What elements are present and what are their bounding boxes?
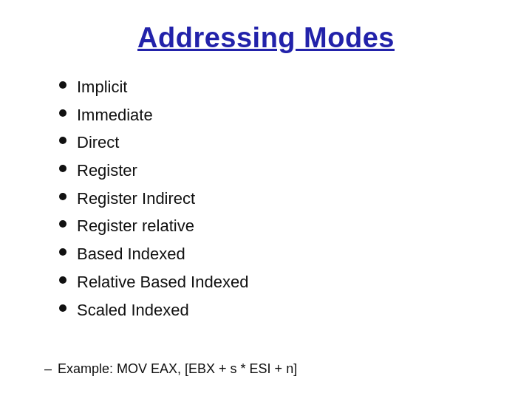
note-text: Example: MOV EAX, [EBX + s * ESI + n] [58,361,297,377]
bullet-list: ImplicitImmediateDirectRegisterRegister … [59,76,495,354]
note-dash: – [44,361,52,377]
list-item-text: Register [77,160,137,182]
bullet-dot-icon [59,165,66,172]
list-item: Register [59,160,495,182]
list-item: Immediate [59,104,495,126]
list-item-text: Implicit [77,76,127,98]
list-item-text: Direct [77,132,119,154]
bullet-dot-icon [59,248,66,256]
list-item: Relative Based Indexed [59,271,495,293]
bullet-dot-icon [59,193,66,200]
bullet-dot-icon [59,276,66,284]
list-item: Register relative [59,215,495,237]
bullet-dot-icon [59,81,66,89]
bullet-dot-icon [59,137,66,144]
list-item: Direct [59,132,495,154]
list-item: Scaled Indexed [59,299,495,321]
list-item: Implicit [59,76,495,98]
slide-title: Addressing Modes [37,22,495,54]
bullet-dot-icon [59,220,66,228]
list-item-text: Relative Based Indexed [77,271,248,293]
list-item: Based Indexed [59,243,495,265]
list-item-text: Register Indirect [77,188,195,210]
bullet-dot-icon [59,109,66,117]
list-item-text: Based Indexed [77,243,185,265]
bullet-dot-icon [59,304,66,312]
note-section: – Example: MOV EAX, [EBX + s * ESI + n] [44,361,495,377]
list-item: Register Indirect [59,188,495,210]
list-item-text: Scaled Indexed [77,299,189,321]
list-item-text: Register relative [77,215,194,237]
slide: Addressing Modes ImplicitImmediateDirect… [0,0,532,399]
list-item-text: Immediate [77,104,153,126]
